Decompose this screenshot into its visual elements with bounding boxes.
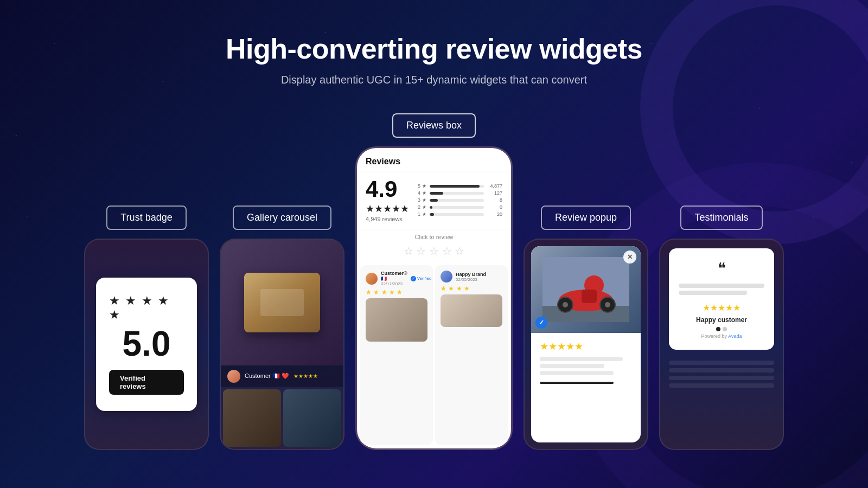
- review-card-2: Happy Brand 02/05/2023 ★ ★ ★ ★: [435, 265, 508, 445]
- reviewer-name-1: Customer® 🇫🇷: [381, 271, 407, 281]
- verified-overlay: ✓: [535, 317, 547, 329]
- gallery-reviewer-name: Customer 🇫🇷 ❤️: [245, 373, 289, 380]
- click-to-review[interactable]: Click to review: [357, 229, 511, 245]
- review-popup-phone: ✕ ✓ ★★★★★: [524, 239, 648, 450]
- bar-num-4: 127: [487, 190, 502, 196]
- svg-rect-8: [582, 290, 597, 303]
- reviewer-date-1: 02/11/2023: [381, 281, 407, 286]
- page-title: High-converting review widgets: [226, 33, 642, 65]
- test-line-1: [679, 284, 764, 288]
- popup-lines: [540, 357, 632, 375]
- review-card-1: Customer® 🇫🇷 02/11/2023 Verified ★ ★ ★ ★…: [360, 265, 433, 445]
- bar-row-5: 5 ★ 4,877: [418, 183, 502, 189]
- test-line-2: [679, 291, 747, 295]
- gallery-thumb-1: [223, 389, 281, 447]
- bar-fill-4: [430, 192, 443, 195]
- testimonial-card: ❝ ★★★★★ Happy customer Powered by Ava: [669, 248, 774, 350]
- reviews-list: Customer® 🇫🇷 02/11/2023 Verified ★ ★ ★ ★…: [357, 262, 511, 448]
- testimonials-phone: ❝ ★★★★★ Happy customer Powered by Ava: [659, 239, 784, 450]
- svg-point-7: [563, 302, 568, 307]
- popup-body: ★★★★★: [531, 333, 641, 442]
- trust-badge-phone: ★ ★ ★ ★ ★ 5.0 Verified reviews: [84, 239, 209, 450]
- gallery-carousel-label[interactable]: Gallery carousel: [233, 206, 331, 230]
- review-popup-label[interactable]: Review popup: [541, 206, 631, 230]
- widgets-row: Trust badge ★ ★ ★ ★ ★ 5.0 Verified revie…: [0, 113, 868, 450]
- review-popup-content: ✕ ✓ ★★★★★: [525, 240, 647, 449]
- trust-badge-label[interactable]: Trust badge: [106, 206, 186, 230]
- widget-trust-badge: Trust badge ★ ★ ★ ★ ★ 5.0 Verified revie…: [84, 206, 209, 450]
- test-dots: [679, 327, 764, 331]
- bar-fill-1: [430, 213, 434, 216]
- bar-row-4: 4 ★ 127: [418, 190, 502, 196]
- bar-fill-5: [430, 185, 480, 188]
- bar-label-2: 2 ★: [418, 204, 426, 210]
- reviews-stars-big: ★★★★★: [366, 203, 409, 215]
- bg-line-2: [669, 368, 774, 373]
- gallery-thumb-2: [283, 389, 341, 447]
- quote-icon: ❝: [679, 259, 764, 277]
- verified-badge: Verified reviews: [109, 370, 184, 395]
- bar-row-3: 3 ★ 8: [418, 197, 502, 203]
- box-image: [244, 273, 320, 332]
- reviewer-name-2: Happy Brand: [456, 272, 486, 277]
- box-label: [260, 289, 304, 316]
- testimonials-label[interactable]: Testimonials: [680, 206, 762, 230]
- test-stars: ★★★★★: [679, 303, 764, 313]
- trust-score: 5.0: [123, 326, 171, 361]
- powered-by: Powered by Avada: [679, 333, 764, 339]
- popup-line-2: [540, 364, 604, 368]
- testimonials-content: ❝ ★★★★★ Happy customer Powered by Ava: [660, 240, 783, 449]
- test-dot-1: [716, 327, 720, 331]
- card-stars-1: ★ ★ ★ ★ ★: [366, 288, 427, 296]
- trust-card: ★ ★ ★ ★ ★ 5.0 Verified reviews: [96, 278, 197, 411]
- reviewer-date-2: 02/05/2023: [456, 277, 486, 282]
- bar-row-1: 1 ★ 20: [418, 211, 502, 217]
- bar-label-4: 4 ★: [418, 190, 426, 196]
- bar-label-1: 1 ★: [418, 211, 426, 217]
- widget-gallery-carousel: Gallery carousel Customer 🇫🇷 ❤️ ★★★★★: [220, 206, 344, 450]
- test-text-lines: [679, 284, 764, 295]
- bar-num-3: 8: [487, 197, 502, 203]
- reviews-box-phone: Reviews 4.9 ★★★★★ 4,949 reviews 5 ★: [355, 146, 513, 450]
- bar-fill-3: [430, 199, 438, 202]
- empty-stars: ☆ ☆ ☆ ☆ ☆: [357, 245, 511, 262]
- popup-line-3: [540, 371, 614, 375]
- bg-line-1: [669, 361, 774, 365]
- testimonial-bg-lines: [660, 354, 783, 449]
- gallery-main-image: [221, 240, 343, 365]
- reviews-count: 4,949 reviews: [366, 216, 409, 222]
- page-header: High-converting review widgets Display a…: [226, 33, 642, 86]
- popup-card: ✕ ✓ ★★★★★: [531, 246, 641, 442]
- gallery-thumbnails: [221, 387, 343, 449]
- popup-stars: ★★★★★: [540, 341, 632, 352]
- reviews-box-label[interactable]: Reviews box: [392, 113, 476, 138]
- bg-line-4: [669, 383, 774, 388]
- test-dot-2: [723, 327, 727, 331]
- popup-close-btn[interactable]: ✕: [623, 251, 636, 264]
- review-photo-2: [441, 294, 502, 327]
- reviews-bars: 5 ★ 4,877 4 ★ 127: [418, 178, 502, 222]
- reviews-box-content: Reviews 4.9 ★★★★★ 4,949 reviews 5 ★: [357, 148, 511, 448]
- svg-point-5: [605, 302, 610, 307]
- card-stars-2: ★ ★ ★ ★: [441, 285, 502, 292]
- bar-num-5: 4,877: [487, 183, 502, 189]
- gallery-reviewer-avatar: [227, 370, 240, 383]
- reviewer-avatar-1: [366, 273, 378, 285]
- popup-cta[interactable]: [540, 382, 614, 384]
- reviews-summary: 4.9 ★★★★★ 4,949 reviews 5 ★ 4,877: [357, 171, 511, 229]
- reviews-header: Reviews: [357, 148, 511, 171]
- bar-num-1: 20: [487, 211, 502, 217]
- bar-label-3: 3 ★: [418, 197, 426, 203]
- widget-review-popup: Review popup: [524, 206, 648, 450]
- gallery-bottom-bar: Customer 🇫🇷 ❤️ ★★★★★: [221, 365, 343, 387]
- page-subtitle: Display authentic UGC in 15+ dynamic wid…: [226, 74, 642, 86]
- bar-label-5: 5 ★: [418, 183, 426, 189]
- widget-testimonials: Testimonials ❝ ★★★★★ Happy customer: [659, 206, 784, 450]
- gallery-carousel-phone: Customer 🇫🇷 ❤️ ★★★★★: [220, 239, 344, 450]
- moto-svg: [542, 257, 629, 322]
- gallery-stars: ★★★★★: [293, 373, 318, 379]
- reviewer-avatar-2: [441, 271, 452, 282]
- bg-line-3: [669, 376, 774, 380]
- test-customer-name: Happy customer: [679, 316, 764, 324]
- popup-image: ✕ ✓: [531, 246, 641, 333]
